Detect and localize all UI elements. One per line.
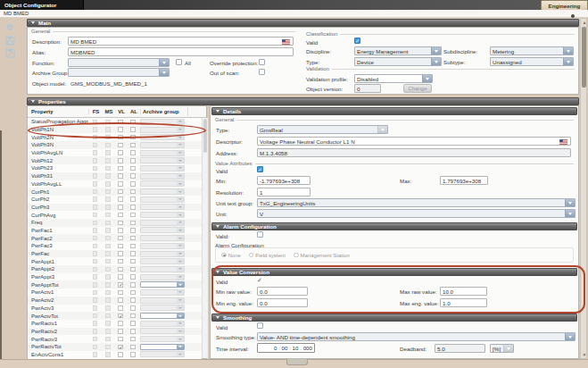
vl-checkbox[interactable] <box>118 181 123 187</box>
ms-checkbox[interactable] <box>105 213 111 218</box>
ms-checkbox[interactable] <box>105 181 111 187</box>
max-input[interactable]: 1.797693e+308 <box>440 176 488 185</box>
al-checkbox[interactable] <box>130 150 136 155</box>
type-dropdown[interactable]: Device <box>354 57 442 66</box>
al-checkbox[interactable] <box>130 321 136 326</box>
ms-checkbox[interactable] <box>105 314 111 319</box>
vl-checkbox[interactable] <box>118 259 123 264</box>
table-row[interactable]: PwrAppt2 <box>28 265 202 273</box>
section-details-header[interactable]: Details <box>211 107 577 115</box>
table-row[interactable]: PwrActv3 <box>28 305 202 313</box>
pin-icon[interactable] <box>571 14 575 18</box>
fs-checkbox[interactable] <box>93 181 98 187</box>
table-row[interactable]: CurPh2 <box>28 196 202 204</box>
vl-checkbox[interactable] <box>118 314 123 319</box>
vl-checkbox[interactable] <box>118 290 123 296</box>
al-checkbox[interactable] <box>130 236 136 241</box>
column-al[interactable]: AL <box>128 109 140 114</box>
section-smoothing-header[interactable]: Smoothing <box>211 314 577 322</box>
vl-checkbox[interactable] <box>118 329 123 334</box>
vl-checkbox[interactable] <box>118 228 123 233</box>
archive-group-cell-dropdown[interactable] <box>140 157 185 163</box>
table-row[interactable]: VoltPhAvgLN <box>28 149 202 157</box>
ms-checkbox[interactable] <box>105 282 111 288</box>
al-checkbox[interactable] <box>130 143 136 148</box>
vl-checkbox[interactable] <box>118 321 123 326</box>
fs-checkbox[interactable] <box>93 321 98 326</box>
ms-checkbox[interactable] <box>105 274 111 280</box>
archive-group-cell-dropdown[interactable] <box>140 212 185 218</box>
vl-checkbox[interactable] <box>118 244 123 249</box>
ms-checkbox[interactable] <box>105 143 111 148</box>
al-checkbox[interactable] <box>130 337 136 342</box>
vl-checkbox[interactable] <box>118 221 123 226</box>
fs-checkbox[interactable] <box>93 352 98 357</box>
ms-checkbox[interactable] <box>105 166 111 171</box>
vl-checkbox[interactable] <box>118 251 123 256</box>
ms-checkbox[interactable] <box>105 297 111 303</box>
radio-icon[interactable] <box>294 253 299 258</box>
all-checkbox[interactable] <box>176 59 182 65</box>
ms-checkbox[interactable] <box>105 150 111 155</box>
scrollbar-thumb[interactable] <box>582 27 586 88</box>
table-row[interactable]: CurPhAvg <box>28 211 202 219</box>
fs-checkbox[interactable] <box>93 236 98 241</box>
archive-group-cell-dropdown[interactable] <box>140 220 185 226</box>
table-row[interactable]: PwrAppt1 <box>28 257 202 265</box>
tab-engineering[interactable]: Engineering <box>541 0 588 10</box>
fs-checkbox[interactable] <box>93 244 98 249</box>
al-checkbox[interactable] <box>130 158 136 163</box>
fs-checkbox[interactable] <box>93 150 98 155</box>
archive-group-cell-dropdown[interactable] <box>140 351 185 357</box>
properties-scrollbar[interactable] <box>202 118 208 358</box>
vl-checkbox[interactable] <box>118 236 123 241</box>
table-row[interactable]: PwrActv2 <box>28 297 202 305</box>
table-row[interactable]: VoltPh3N <box>28 141 202 149</box>
al-checkbox[interactable] <box>130 345 136 350</box>
al-checkbox[interactable] <box>130 189 136 195</box>
fs-checkbox[interactable] <box>93 314 98 319</box>
alarm-option-none[interactable]: None <box>221 253 241 258</box>
column-archive-group[interactable]: Archive group <box>140 109 187 114</box>
ms-checkbox[interactable] <box>105 158 111 163</box>
smoothing-valid-checkbox[interactable] <box>257 322 263 329</box>
section-main-header[interactable]: Main <box>27 19 579 27</box>
fs-checkbox[interactable] <box>93 213 98 218</box>
fs-checkbox[interactable] <box>93 259 98 264</box>
al-checkbox[interactable] <box>130 228 136 233</box>
ms-checkbox[interactable] <box>105 173 111 179</box>
smoothing-type-dropdown[interactable]: Value- AND time-dependent smoothing <box>257 332 576 341</box>
vl-checkbox[interactable] <box>118 213 123 218</box>
ms-checkbox[interactable] <box>105 337 111 342</box>
vl-checkbox[interactable] <box>118 197 123 202</box>
table-row[interactable]: PwrRactv3 <box>28 335 202 343</box>
fs-checkbox[interactable] <box>93 267 98 272</box>
archive-group-cell-dropdown[interactable] <box>140 336 185 342</box>
fs-checkbox[interactable] <box>93 197 98 202</box>
al-checkbox[interactable] <box>130 181 136 187</box>
flag-icon-us[interactable] <box>282 39 290 46</box>
table-row[interactable]: PwrAppt3 <box>28 273 202 281</box>
al-checkbox[interactable] <box>130 267 136 272</box>
fs-checkbox[interactable] <box>93 274 98 280</box>
column-ms[interactable]: MS <box>103 109 115 114</box>
archive-group-cell-dropdown[interactable] <box>140 251 185 257</box>
ms-checkbox[interactable] <box>105 259 111 264</box>
resolution-input[interactable]: 1 <box>257 188 311 197</box>
validation-profile-dropdown[interactable]: Disabled <box>354 74 433 83</box>
ms-checkbox[interactable] <box>105 345 111 350</box>
archive-group-cell-dropdown[interactable] <box>140 305 185 311</box>
archive-group-cell-dropdown[interactable] <box>140 235 185 241</box>
vl-checkbox[interactable] <box>118 150 123 155</box>
ms-checkbox[interactable] <box>105 236 111 241</box>
fs-checkbox[interactable] <box>93 337 98 342</box>
fs-checkbox[interactable] <box>93 305 98 311</box>
table-row[interactable]: PwrFac1 <box>28 227 202 235</box>
column-fs[interactable]: FS <box>88 109 103 114</box>
classification-valid-checkbox[interactable] <box>354 38 360 44</box>
table-row[interactable]: CurPh1 <box>28 188 202 196</box>
al-checkbox[interactable] <box>130 314 136 319</box>
ms-checkbox[interactable] <box>105 244 111 249</box>
descriptor-input[interactable]: Voltage Phase Neutral Conductor L1 N <box>257 137 571 146</box>
archive-group-cell-dropdown[interactable] <box>140 150 185 156</box>
